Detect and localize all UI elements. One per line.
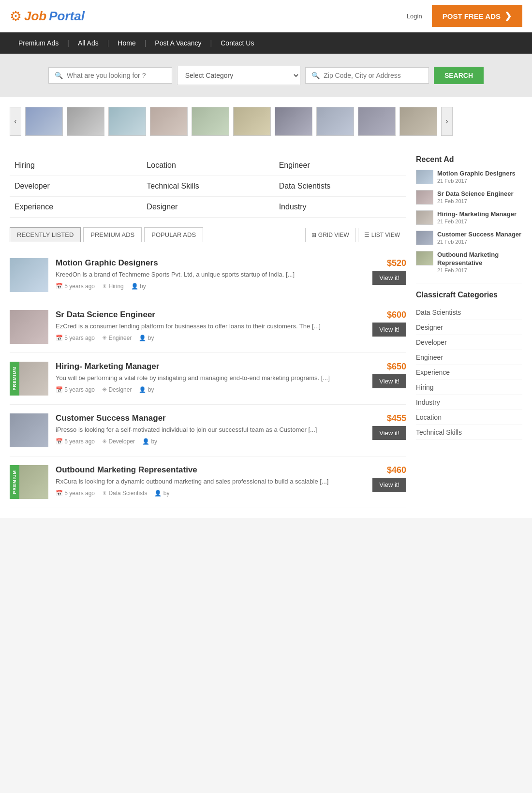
job-price-action-5: $460 View it! bbox=[372, 465, 406, 499]
category-hiring[interactable]: Hiring bbox=[10, 155, 142, 176]
job-category-1: ✳ Hiring bbox=[102, 283, 124, 290]
recent-ad-date-3: 21 Feb 2017 bbox=[437, 219, 522, 224]
view-it-button-4[interactable]: View it! bbox=[372, 426, 406, 440]
sidebar-cat-developer[interactable]: Developer bbox=[416, 335, 522, 350]
job-thumb-1 bbox=[10, 258, 48, 292]
recent-ad-item-1: Motion Graphic Designers 21 Feb 2017 bbox=[416, 170, 522, 184]
location-input[interactable] bbox=[324, 72, 423, 79]
nav-all-ads[interactable]: All Ads bbox=[69, 32, 107, 54]
keyword-input[interactable] bbox=[67, 72, 166, 79]
view-it-button-3[interactable]: View it! bbox=[372, 374, 406, 388]
carousel-image-3[interactable] bbox=[108, 107, 146, 136]
premium-badge-5: PREMIUM bbox=[10, 465, 19, 499]
main-content: Hiring Location Engineer Developer Techn… bbox=[0, 146, 532, 518]
job-category-2: ✳ Engineer bbox=[102, 335, 132, 341]
category-experience[interactable]: Experience bbox=[10, 197, 142, 218]
job-meta-4: 📅 5 years ago ✳ Developer 👤 by bbox=[56, 438, 365, 445]
recent-ads-section: Recent Ad Motion Graphic Designers 21 Fe… bbox=[416, 155, 522, 273]
sidebar-cat-data-scientists[interactable]: Data Scientists bbox=[416, 305, 522, 320]
carousel-image-8[interactable] bbox=[316, 107, 354, 136]
listing-tabs: RECENTLY LISTED PREMIUM ADS POPULAR ADS … bbox=[10, 227, 406, 242]
premium-text-3: PREMIUM bbox=[12, 367, 17, 391]
recent-ad-info-5: Outbound Marketing Representative 21 Feb… bbox=[437, 251, 522, 273]
search-button[interactable]: SEARCH bbox=[434, 67, 484, 84]
nav-contact-us[interactable]: Contact Us bbox=[212, 32, 263, 54]
job-price-5: $460 bbox=[387, 465, 406, 475]
carousel-image-2[interactable] bbox=[67, 107, 104, 136]
sidebar-cat-technical-skills[interactable]: Technical Skills bbox=[416, 425, 522, 440]
job-meta-1: 📅 5 years ago ✳ Hiring 👤 by bbox=[56, 283, 365, 290]
job-item-5: PREMIUM Outbound Marketing Representativ… bbox=[10, 456, 406, 508]
recent-ad-thumb-5 bbox=[416, 251, 433, 265]
job-meta-5: 📅 5 years ago ✳ Data Scientists 👤 by bbox=[56, 490, 365, 497]
job-by-5: 👤 by bbox=[154, 490, 169, 497]
carousel-left-arrow[interactable]: ‹ bbox=[10, 107, 21, 136]
sidebar-cat-engineer[interactable]: Engineer bbox=[416, 350, 522, 365]
job-item-3: PREMIUM Hiring- Marketing Manager You wi… bbox=[10, 353, 406, 405]
category-designer[interactable]: Designer bbox=[142, 197, 274, 218]
recent-ad-info-3: Hiring- Marketing Manager 21 Feb 2017 bbox=[437, 210, 522, 224]
classicraft-title: Classicraft Categories bbox=[416, 283, 522, 299]
tab-recently-listed[interactable]: RECENTLY LISTED bbox=[10, 227, 81, 242]
job-by-2: 👤 by bbox=[139, 335, 154, 341]
category-developer[interactable]: Developer bbox=[10, 176, 142, 197]
post-free-arrow-icon: ❯ bbox=[504, 11, 512, 21]
premium-text-5: PREMIUM bbox=[12, 470, 17, 494]
recent-ad-title-4: Customer Success Manager bbox=[437, 231, 522, 239]
job-info-3: Hiring- Marketing Manager You will be pe… bbox=[56, 362, 365, 396]
carousel-image-4[interactable] bbox=[150, 107, 188, 136]
carousel-image-5[interactable] bbox=[192, 107, 229, 136]
grid-icon: ⊞ bbox=[311, 232, 316, 238]
nav-home[interactable]: Home bbox=[109, 32, 144, 54]
recent-ad-item-4: Customer Success Manager 21 Feb 2017 bbox=[416, 231, 522, 245]
job-by-4: 👤 by bbox=[142, 438, 157, 445]
job-meta-2: 📅 5 years ago ✳ Engineer 👤 by bbox=[56, 335, 365, 341]
carousel-image-6[interactable] bbox=[233, 107, 271, 136]
recent-ad-title-2: Sr Data Science Engineer bbox=[437, 190, 522, 198]
job-time-5: 📅 5 years ago bbox=[56, 490, 95, 497]
classicraft-section: Classicraft Categories Data Scientists D… bbox=[416, 283, 522, 440]
sidebar-cat-location[interactable]: Location bbox=[416, 410, 522, 425]
carousel-image-10[interactable] bbox=[399, 107, 437, 136]
sidebar-cat-industry[interactable]: Industry bbox=[416, 395, 522, 410]
job-list: Motion Graphic Designers KreedOn is a br… bbox=[10, 250, 406, 508]
location-icon: 🔍 bbox=[311, 72, 320, 79]
sidebar-cat-designer[interactable]: Designer bbox=[416, 320, 522, 335]
job-info-2: Sr Data Science Engineer EzCred is a con… bbox=[56, 310, 365, 344]
carousel-image-9[interactable] bbox=[358, 107, 396, 136]
job-title-5: Outbound Marketing Representative bbox=[56, 465, 365, 475]
view-it-button-1[interactable]: View it! bbox=[372, 271, 406, 285]
tab-popular-ads[interactable]: POPULAR ADS bbox=[144, 227, 203, 242]
carousel-image-1[interactable] bbox=[25, 107, 63, 136]
job-price-3: $650 bbox=[387, 362, 406, 372]
category-location[interactable]: Location bbox=[142, 155, 274, 176]
view-it-button-2[interactable]: View it! bbox=[372, 323, 406, 337]
search-section: 🔍 Select Category Data Scientists Design… bbox=[0, 54, 532, 97]
carousel-image-7[interactable] bbox=[275, 107, 312, 136]
job-item-2: Sr Data Science Engineer EzCred is a con… bbox=[10, 301, 406, 353]
tab-premium-ads[interactable]: PREMIUM ADS bbox=[83, 227, 142, 242]
carousel-right-arrow[interactable]: › bbox=[441, 107, 453, 136]
recent-ad-title-1: Motion Graphic Designers bbox=[437, 170, 522, 178]
sidebar-cat-experience[interactable]: Experience bbox=[416, 365, 522, 380]
grid-view-button[interactable]: ⊞ GRID VIEW bbox=[305, 228, 355, 242]
category-technical-skills[interactable]: Technical Skills bbox=[142, 176, 274, 197]
sidebar-cat-hiring[interactable]: Hiring bbox=[416, 380, 522, 395]
categories-grid: Hiring Location Engineer Developer Techn… bbox=[10, 155, 406, 218]
nav-premium-ads[interactable]: Premium Ads bbox=[10, 32, 67, 54]
left-center: Hiring Location Engineer Developer Techn… bbox=[10, 155, 406, 508]
category-select[interactable]: Select Category Data Scientists Designer… bbox=[177, 66, 301, 85]
login-link[interactable]: Login bbox=[407, 13, 422, 20]
job-time-4: 📅 5 years ago bbox=[56, 438, 95, 445]
header-right: Login POST FREE ADS ❯ bbox=[407, 5, 522, 27]
recent-ad-date-2: 21 Feb 2017 bbox=[437, 198, 522, 204]
category-engineer[interactable]: Engineer bbox=[274, 155, 406, 176]
category-data-scientists[interactable]: Data Scientists bbox=[274, 176, 406, 197]
job-title-4: Customer Success Manager bbox=[56, 413, 365, 423]
nav-post-vacancy[interactable]: Post A Vacancy bbox=[146, 32, 210, 54]
view-it-button-5[interactable]: View it! bbox=[372, 478, 406, 492]
category-industry[interactable]: Industry bbox=[274, 197, 406, 218]
logo: ⚙ JobPortal bbox=[10, 8, 85, 24]
post-free-ads-button[interactable]: POST FREE ADS ❯ bbox=[432, 5, 522, 27]
list-view-button[interactable]: ☰ LIST VIEW bbox=[358, 228, 406, 242]
